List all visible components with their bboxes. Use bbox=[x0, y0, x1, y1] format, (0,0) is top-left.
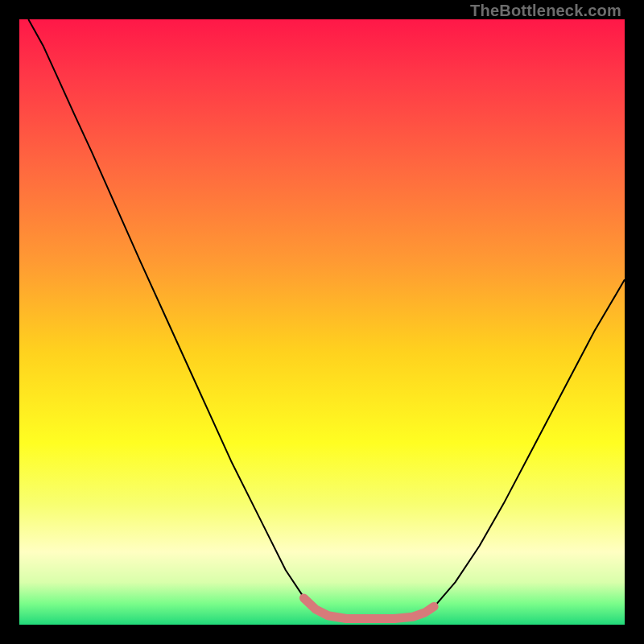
chart-frame bbox=[19, 19, 625, 625]
watermark-text: TheBottleneck.com bbox=[470, 2, 621, 20]
chart-svg bbox=[19, 19, 625, 625]
chart-background bbox=[19, 19, 625, 625]
